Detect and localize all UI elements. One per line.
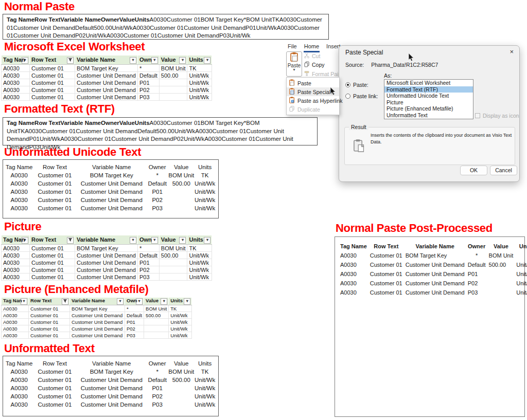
column-header: ▾Value	[144, 298, 169, 305]
display-as-icon-checkbox[interactable]: Display as icon	[475, 113, 519, 119]
cell: Customer Unit Demand	[77, 392, 146, 400]
filter-dropdown-icon[interactable]: ▾	[151, 57, 158, 64]
filter-dropdown-icon[interactable]: ▾	[179, 57, 186, 64]
filter-dropdown-icon[interactable]: ▾	[117, 298, 124, 305]
column-header-label: Tag Nan	[3, 298, 22, 303]
filter-dropdown-icon[interactable]: ▾	[204, 237, 210, 244]
cell: A0030	[2, 259, 30, 266]
listbox-item[interactable]: Microsoft Excel Worksheet	[384, 80, 473, 86]
cell: Customer Unit Demand	[75, 86, 138, 94]
radio-unselected-icon	[345, 94, 350, 99]
column-header-label: Units	[189, 236, 203, 243]
source-row: Source:Pharma_Data!R1C2:R58C7	[345, 62, 438, 68]
cell: A0030	[2, 245, 30, 252]
cell: Customer Unit Demand	[75, 259, 138, 266]
cell: Customer Unit Demand	[405, 279, 466, 287]
filter-applied-icon[interactable]	[67, 237, 74, 244]
paste-radio[interactable]: Paste:	[345, 82, 368, 88]
cell: A0030	[6, 204, 32, 212]
cell: *	[137, 65, 159, 72]
cell: Unit/Wk	[194, 376, 216, 384]
column-header: ▾Own	[137, 235, 159, 245]
cell: 500.00	[488, 261, 515, 269]
cell: Customer 01	[369, 279, 403, 287]
ribbon-tab-home[interactable]: Home	[304, 43, 320, 52]
column-header-label: Variable Name	[77, 57, 115, 63]
column-header-label: Units	[170, 298, 183, 303]
copy-button[interactable]: Copy	[304, 61, 325, 68]
cancel-button[interactable]: Cancel	[490, 166, 517, 175]
cell: Customer 01	[30, 94, 75, 101]
cell: BOM Unit	[144, 305, 169, 312]
text-row: A0030Customer 01Customer Unit DemandDefa…	[339, 261, 527, 269]
listbox-item[interactable]: Formatted Text (RTF)	[384, 86, 473, 93]
cell: P02	[467, 279, 487, 287]
filter-applied-icon[interactable]	[67, 57, 74, 64]
cell: BOM Unit	[488, 251, 515, 260]
cell: A0030	[6, 392, 32, 400]
listbox-item[interactable]: Unformatted Text	[384, 112, 473, 119]
copy-icon	[304, 61, 310, 68]
text-row: A0030Customer 01Customer Unit DemandP01U…	[6, 188, 216, 196]
cell: Default	[467, 261, 487, 269]
cell: Unit/Wk	[194, 400, 216, 409]
filter-dropdown-icon[interactable]: ▾	[130, 237, 136, 244]
cell: A0030	[6, 179, 32, 188]
cell: Customer Unit Demand	[77, 384, 146, 392]
cell: Customer Unit Demand	[75, 94, 138, 101]
table-row: A0030Customer 01Customer Unit DemandP03U…	[2, 94, 212, 101]
cell: P03	[146, 400, 168, 409]
cell: Customer 01	[29, 312, 70, 319]
filter-dropdown-icon[interactable]: ▾	[151, 237, 158, 244]
filter-dropdown-icon[interactable]: ▾	[130, 57, 136, 64]
paste-button[interactable]: Paste ▾	[286, 51, 302, 77]
cell: Unit/Wk	[194, 179, 216, 188]
listbox-item[interactable]: Picture	[384, 99, 473, 106]
text-row: A0030Customer 01Customer Unit DemandP01U…	[339, 270, 527, 278]
heading-picture-emf: Picture (Enhanced Metafile)	[4, 283, 148, 296]
cut-button[interactable]: Cut	[304, 52, 320, 60]
cell: Unit/Wk	[169, 312, 192, 319]
cell: BOM Target Key	[75, 245, 138, 252]
cell	[159, 266, 187, 273]
cell: Default	[137, 252, 159, 259]
filter-dropdown-icon[interactable]: ▾	[204, 57, 210, 64]
table-header-row: ▾Tag NanRow Text▾Variable Name▾Own▾Value…	[2, 56, 212, 65]
cell: Unit/Wk	[194, 188, 216, 196]
cell: 500.00	[159, 72, 187, 79]
listbox-item[interactable]: Unformatted Unicode Text	[384, 93, 473, 99]
cell	[168, 384, 194, 392]
filter-dropdown-icon[interactable]: ▾	[161, 298, 167, 305]
filter-dropdown-icon[interactable]: ▾	[179, 237, 186, 244]
scissors-icon	[304, 52, 310, 60]
cell: BOM Unit	[168, 368, 194, 376]
cell: Customer Unit Demand	[405, 270, 466, 278]
cell: BOM Target Key	[405, 251, 466, 260]
menu-item-duplicate[interactable]: Duplicate	[287, 105, 339, 114]
cell: Customer Unit Demand	[77, 400, 146, 409]
paste-hyperlink-icon	[289, 97, 295, 104]
close-icon[interactable]: ×	[510, 48, 514, 56]
column-header-label: Own	[139, 236, 152, 243]
cell: Unit/Wk	[169, 332, 192, 339]
cell: Units	[194, 163, 216, 171]
cell: P02	[137, 86, 159, 94]
cell: BOM Unit	[159, 65, 187, 72]
cell: Customer 01	[29, 325, 70, 332]
cell: Unit/Wk	[194, 392, 216, 400]
paste-link-radio[interactable]: Paste link:	[345, 93, 378, 99]
column-header-label: Tag Nan	[3, 236, 25, 243]
filter-dropdown-icon[interactable]: ▾	[184, 298, 190, 305]
cell: P01	[146, 188, 168, 196]
cell: BOM Unit	[159, 245, 187, 252]
cell: A0030	[2, 86, 30, 94]
table-row: A0030Customer 01Customer Unit DemandP02U…	[2, 325, 192, 332]
menu-item-paste[interactable]: Paste	[287, 79, 339, 87]
listbox-item[interactable]: Picture (Enhanced Metafile)	[384, 105, 473, 112]
filter-applied-icon[interactable]	[62, 298, 68, 305]
radio-selected-icon	[345, 82, 350, 87]
text-header-row: Tag NameRow TextVariable NameOwnerValueU…	[6, 163, 216, 171]
cell	[159, 259, 187, 266]
ok-button[interactable]: OK	[460, 166, 487, 175]
column-header: ▾Units	[187, 235, 212, 245]
